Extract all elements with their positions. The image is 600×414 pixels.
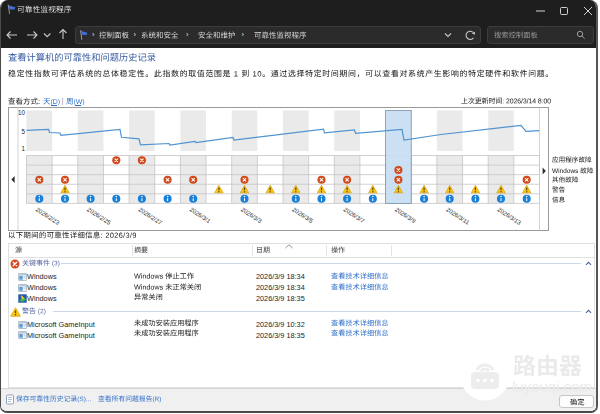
svg-text:5: 5 <box>21 128 25 135</box>
svg-text:2026/3/13: 2026/3/13 <box>496 206 522 226</box>
svg-text:2026/3/9: 2026/3/9 <box>394 206 417 224</box>
svg-text:2026/3/3: 2026/3/3 <box>240 206 263 224</box>
svg-text:2026/2/23: 2026/2/23 <box>35 206 61 226</box>
svg-text:10: 10 <box>18 109 26 116</box>
svg-text:2026/3/5: 2026/3/5 <box>291 206 314 224</box>
svg-text:2026/3/7: 2026/3/7 <box>343 206 366 224</box>
svg-text:2026/3/11: 2026/3/11 <box>445 206 471 226</box>
svg-text:2026/2/25: 2026/2/25 <box>86 206 112 226</box>
svg-text:2026/2/27: 2026/2/27 <box>137 206 163 226</box>
svg-text:2026/3/1: 2026/3/1 <box>189 206 212 224</box>
svg-text:1: 1 <box>21 145 25 152</box>
